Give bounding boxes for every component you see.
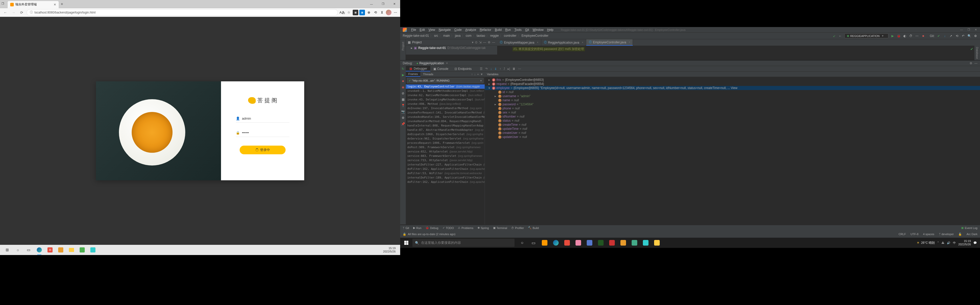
app-j[interactable] — [652, 238, 662, 248]
resume-icon[interactable]: ▶ — [402, 73, 404, 77]
force-step-into-icon[interactable]: ⇓ — [494, 67, 497, 71]
variable-row[interactable]: ▸f password = "1234564" — [485, 102, 980, 106]
app-d[interactable] — [584, 238, 595, 248]
search-everywhere-icon[interactable]: 🔍 — [967, 34, 971, 38]
variable-row[interactable]: ▸p this = {EmployeeController@6653} — [485, 78, 980, 82]
stack-frame[interactable]: doDispatch:1060, DispatcherServlet (org.… — [406, 132, 485, 137]
stack-frame[interactable]: doInvoke:197, InvocableHandlerMethod (or… — [406, 106, 485, 110]
stack-frame[interactable]: internalDoFilter:227, ApplicationFilterC… — [406, 162, 485, 167]
app-f[interactable] — [607, 238, 617, 248]
gutter-check-icon[interactable]: ✔ — [970, 47, 974, 51]
tray-chevron[interactable]: ˄ — [937, 241, 939, 245]
start-button[interactable] — [400, 238, 412, 248]
profile-icon[interactable]: ⏱ — [909, 34, 913, 38]
variable-row[interactable]: f status = null — [485, 119, 980, 123]
more-icon[interactable]: ⋯ — [393, 10, 398, 15]
app-i[interactable] — [641, 238, 651, 248]
editor-tab[interactable]: ⒸEmployeeMapper.java× — [497, 39, 541, 46]
menu-help[interactable]: Help — [546, 28, 555, 32]
attach-icon[interactable]: ⋯ — [915, 34, 919, 38]
taskbar-clock[interactable]: 15:19 2022/5/26 — [958, 240, 971, 246]
debug-icon[interactable]: 🐞 — [897, 34, 900, 38]
menu-window[interactable]: Window — [531, 28, 546, 32]
settings-icon[interactable]: ⚙ — [402, 116, 404, 119]
variables-list[interactable]: ▸p this = {EmployeeController@6653}▸p re… — [485, 77, 980, 139]
git-rollback-icon[interactable]: ↶ — [961, 34, 965, 38]
stack-frame[interactable]: handleInternal:808, RequestMappingHandle… — [406, 124, 485, 128]
favorite-icon[interactable]: ☆ — [346, 10, 352, 15]
menu-git[interactable]: Git — [523, 28, 531, 32]
run-to-cursor-icon[interactable]: ▸| — [508, 67, 510, 71]
taskview-button[interactable]: ▭ — [24, 245, 34, 255]
stack-frame[interactable]: service:652, HttpServlet (javax.servlet.… — [406, 149, 485, 154]
app-h[interactable] — [629, 238, 640, 248]
address-bar[interactable]: ⓘ localhost:8080/backend/page/login/logi… — [27, 9, 338, 16]
breakpoints-icon[interactable]: ◉ — [402, 86, 404, 89]
run-config-selector[interactable]: ◉ REGGIEAPPLICATION ▾ — [845, 33, 889, 38]
variable-row[interactable]: ▾p employee = {Employee@6655} "Employee(… — [485, 86, 980, 90]
username-input[interactable]: 👤 admin — [236, 114, 290, 123]
extension2-icon[interactable]: ▦ — [360, 10, 365, 15]
camera-icon[interactable]: 📷 — [401, 110, 405, 113]
extension-icon[interactable]: ▦ — [353, 10, 358, 15]
edge-app[interactable] — [34, 246, 45, 254]
project-root-node[interactable]: ▸ ▣ Reggie-take-out-01 D:\Study\GitCode\… — [406, 45, 497, 51]
frames-list[interactable]: login:43, EmployeeController (com.taotao… — [406, 84, 485, 184]
menu-navigate[interactable]: Navigate — [437, 28, 452, 32]
stack-frame[interactable]: processRequest:1006, FrameworkServlet (o… — [406, 141, 485, 145]
forward-button[interactable]: → — [10, 9, 17, 16]
stack-frame[interactable]: invoke:62, NativeMethodAccessorImpl (sun… — [406, 93, 485, 97]
settings-icon[interactable]: ⚙ — [488, 41, 490, 44]
pin2-icon[interactable]: 📌 — [401, 122, 405, 126]
menu-analyze[interactable]: Analyze — [463, 28, 478, 32]
branch-icon[interactable]: ᛘ developer — [939, 233, 954, 236]
app5[interactable] — [77, 246, 87, 254]
editor-tab[interactable]: ⒸReggieApplication.java× — [541, 39, 586, 46]
debug-tab-console[interactable]: ▣Console — [430, 66, 452, 71]
gear-icon[interactable]: ⚙ — [969, 62, 972, 65]
stack-frame[interactable]: invokeHandlerMethod:894, RequestMappingH… — [406, 119, 485, 124]
refresh-button[interactable]: ⟳ — [18, 9, 25, 16]
theme[interactable]: Arc Dark — [966, 233, 977, 236]
weather-widget[interactable]: ☀ 26°C 晴朗 — [917, 241, 935, 245]
windows-taskbar-right[interactable]: 🔍 在这里输入你要搜索的内容 ○ ▭ ☀ 26°C 晴朗 ˄ 🖧 🔊 — [400, 238, 980, 248]
bottom-tool-run[interactable]: ▶ Run — [413, 226, 422, 230]
browser-tab[interactable]: 瑞吉外卖管理端 ✕ — [8, 1, 59, 8]
stack-frame[interactable]: service:733, HttpServlet (javax.servlet.… — [406, 158, 485, 162]
git-history-icon[interactable]: ⟲ — [955, 34, 959, 38]
bottom-tool-build[interactable]: 🔨 Build — [528, 226, 539, 230]
stack-frame[interactable]: doService:962, DispatcherServlet (org.sp… — [406, 137, 485, 141]
read-aloud-icon[interactable]: Aあ — [339, 10, 345, 15]
variable-row[interactable]: f sex = null — [485, 110, 980, 114]
rerun-icon[interactable]: ↻ — [402, 67, 404, 71]
step-into-icon[interactable]: ↓ — [490, 67, 492, 71]
bottom-tool-debug[interactable]: 🐞 Debug — [425, 226, 438, 230]
stack-frame[interactable]: invokeForRequest:141, InvocableHandlerMe… — [406, 110, 485, 115]
downloads-icon[interactable]: ⊻ — [379, 10, 385, 15]
app-e[interactable] — [596, 238, 606, 248]
stop-icon[interactable]: ■ — [921, 34, 925, 38]
stack-frame[interactable]: doFilter:53, WsFilter (org.apache.tomcat… — [406, 171, 485, 175]
collapse-icon[interactable]: — — [483, 41, 486, 44]
variable-row[interactable]: f createUser = null — [485, 131, 980, 135]
mute-bp-icon[interactable]: ⊘ — [402, 92, 404, 95]
add-icon[interactable]: + — [477, 73, 479, 76]
bottom-tool-profiler[interactable]: ⏱ Profiler — [511, 226, 524, 230]
database-toolwin-tab[interactable]: Database — [976, 47, 979, 59]
cortana[interactable]: ○ — [517, 238, 527, 248]
build-icon[interactable]: ↙ — [832, 34, 836, 38]
breadcrumb[interactable]: Reggie-take-out-01〉src〉main〉java〉com〉tao… — [403, 34, 549, 38]
step-over-icon[interactable]: ↷ — [485, 67, 488, 71]
restore-icon[interactable]: ❐ — [2, 2, 4, 5]
stack-frame[interactable]: invokeAndHandle:106, ServletInvocableHan… — [406, 115, 485, 119]
menu-build[interactable]: Build — [493, 28, 504, 32]
login-button[interactable]: 登录中 — [240, 146, 286, 154]
profile-avatar[interactable] — [386, 10, 391, 15]
app2[interactable]: 田 — [45, 246, 55, 254]
app-b[interactable] — [562, 238, 572, 248]
nav-left-icon[interactable]: ← — [838, 34, 842, 38]
stack-frame[interactable]: doFilter:162, ApplicationFilterChain (or… — [406, 167, 485, 171]
menu-view[interactable]: View — [427, 28, 437, 32]
menu-tools[interactable]: Tools — [513, 28, 523, 32]
password-input[interactable]: 🔒 •••••• — [236, 129, 290, 137]
